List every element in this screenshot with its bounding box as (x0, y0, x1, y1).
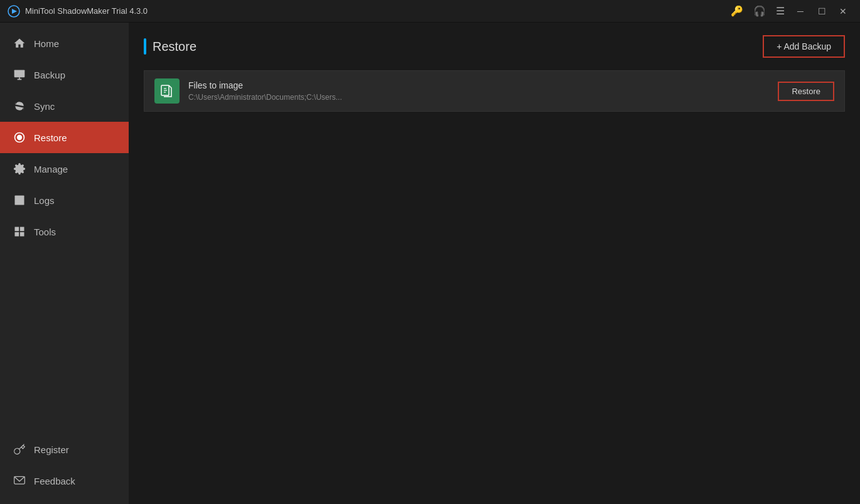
sidebar-item-home[interactable]: Home (0, 28, 129, 59)
headphones-icon[interactable]: 🎧 (750, 3, 770, 19)
maximize-button[interactable]: ☐ (812, 5, 831, 18)
backup-name: Files to image (188, 80, 778, 90)
sidebar-item-restore[interactable]: Restore (0, 122, 129, 153)
content-header: Restore + Add Backup (144, 35, 845, 58)
svg-rect-14 (15, 232, 19, 237)
sidebar-label-manage: Manage (34, 164, 68, 174)
sidebar: Home Backup Sync Restore Manage (0, 23, 129, 504)
app-title: MiniTool ShadowMaker Trial 4.3.0 (25, 6, 727, 16)
svg-point-6 (17, 135, 22, 140)
window-controls: 🔑 🎧 ☰ ─ ☐ ✕ (727, 3, 852, 19)
home-icon (13, 36, 26, 50)
sidebar-item-feedback[interactable]: Feedback (0, 465, 129, 496)
page-title: Restore (153, 40, 196, 54)
backup-icon (13, 68, 26, 82)
logs-icon (13, 193, 26, 207)
menu-icon[interactable]: ☰ (772, 3, 788, 19)
key-icon[interactable]: 🔑 (727, 3, 747, 19)
backup-row: Files to image C:\Users\Administrator\Do… (144, 70, 845, 112)
sidebar-label-restore: Restore (34, 132, 67, 143)
title-bar: MiniTool ShadowMaker Trial 4.3.0 🔑 🎧 ☰ ─… (0, 0, 860, 23)
minimize-button[interactable]: ─ (791, 5, 810, 18)
nav-bottom: Register Feedback (0, 434, 129, 504)
add-backup-button[interactable]: + Add Backup (763, 35, 845, 58)
sidebar-label-sync: Sync (34, 101, 55, 112)
sidebar-item-manage[interactable]: Manage (0, 153, 129, 185)
page-title-row: Restore (144, 38, 196, 55)
sidebar-item-backup[interactable]: Backup (0, 59, 129, 90)
sidebar-item-logs[interactable]: Logs (0, 185, 129, 216)
close-button[interactable]: ✕ (834, 5, 852, 18)
register-icon (13, 442, 26, 456)
feedback-icon (13, 474, 26, 488)
sidebar-label-tools: Tools (34, 227, 56, 237)
svg-marker-1 (12, 9, 17, 14)
sidebar-label-backup: Backup (34, 70, 65, 80)
sidebar-label-home: Home (34, 38, 59, 49)
sidebar-label-logs: Logs (34, 195, 55, 206)
svg-rect-15 (20, 232, 24, 237)
manage-icon (13, 162, 26, 176)
app-logo (8, 5, 20, 18)
sidebar-label-feedback: Feedback (34, 476, 75, 486)
tools-icon (13, 225, 26, 239)
restore-icon (13, 131, 26, 144)
svg-rect-2 (14, 70, 25, 78)
sidebar-label-register: Register (34, 444, 69, 455)
sidebar-spacer (0, 247, 129, 434)
sidebar-item-register[interactable]: Register (0, 434, 129, 465)
backup-row-icon (154, 78, 180, 104)
title-accent (144, 38, 146, 55)
sidebar-item-sync[interactable]: Sync (0, 90, 129, 122)
sidebar-item-tools[interactable]: Tools (0, 216, 129, 247)
backup-path: C:\Users\Administrator\Documents;C:\User… (188, 93, 778, 102)
restore-button[interactable]: Restore (778, 82, 834, 101)
content-area: Restore + Add Backup Files to image C:\U… (129, 23, 860, 504)
files-icon (159, 83, 175, 99)
svg-rect-13 (20, 227, 24, 232)
sync-icon (13, 99, 26, 113)
backup-info: Files to image C:\Users\Administrator\Do… (188, 80, 778, 102)
svg-rect-12 (15, 227, 19, 232)
main-layout: Home Backup Sync Restore Manage (0, 23, 860, 504)
